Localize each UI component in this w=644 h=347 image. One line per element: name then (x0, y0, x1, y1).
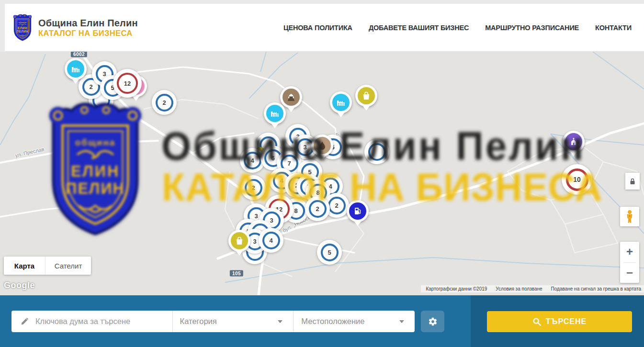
cluster-ring: 12 (117, 73, 138, 94)
shopping-bag-icon (358, 87, 375, 104)
zoom-control: + − (620, 242, 639, 283)
cluster-count: 4 (269, 237, 272, 244)
pin-tip (353, 220, 362, 230)
svg-text:община: община (75, 137, 116, 147)
lock-icon (630, 178, 635, 185)
factory-icon (67, 60, 84, 78)
cluster-count: 2 (89, 83, 92, 90)
header: община ЕЛИН ПЕЛИН Община Елин Пелин КАТА… (0, 0, 644, 52)
brand-text: Община Елин Пелин КАТАЛОГ НА БИЗНЕСА (38, 18, 138, 38)
search-icon (532, 317, 541, 326)
location-dropdown[interactable]: Местоположение (294, 317, 415, 326)
pin-tip (71, 78, 80, 88)
watermark-subtitle: КАТАЛОГ НА БИЗНЕСА (162, 165, 602, 210)
chevron-down-icon (278, 320, 282, 323)
nav-item-3[interactable]: МАРШРУТНО РАЗПИСАНИЕ (485, 24, 579, 32)
cluster-ring: 2 (156, 94, 173, 112)
search-bar: Категория Местоположение ТЪРСЕНЕ (0, 295, 644, 347)
pin-body (264, 102, 286, 124)
marker-cluster[interactable]: 2 (152, 90, 177, 115)
svg-text:ПЕЛИН: ПЕЛИН (66, 180, 124, 197)
cluster-count: 5 (328, 249, 331, 256)
pin-body (355, 85, 377, 107)
google-logo[interactable]: Google (4, 280, 35, 291)
marker-cluster[interactable]: 4 (259, 228, 283, 253)
map-type-map-button[interactable]: Карта (4, 257, 45, 275)
factory-pin[interactable] (65, 58, 87, 88)
brand-title: Община Елин Пелин (38, 18, 138, 29)
pin-tip (235, 250, 244, 260)
main-nav: ЦЕНОВА ПОЛИТИКАДОБАВЕТЕ ВАШИЯТ БИЗНЕСМАР… (283, 24, 644, 32)
keyword-input[interactable] (35, 317, 160, 326)
factory-icon (332, 94, 350, 111)
svg-text:община: община (18, 21, 27, 23)
map-type-satellite-button[interactable]: Сателит (45, 257, 91, 275)
svg-text:ЕЛИН: ЕЛИН (18, 26, 28, 29)
cluster-ring: 4 (262, 232, 280, 249)
nav-item-4[interactable]: КОНТАКТИ (595, 24, 632, 32)
attribution-link-1[interactable]: Условия за ползване (496, 286, 542, 291)
category-label: Категория (180, 317, 217, 326)
zoom-in-button[interactable]: + (620, 242, 639, 262)
brand[interactable]: община ЕЛИН ПЕЛИН Община Елин Пелин КАТА… (5, 14, 138, 42)
search-box: Категория Местоположение (11, 311, 415, 332)
municipality-coat-of-arms-logo: община ЕЛИН ПЕЛИН (11, 14, 34, 42)
marker-cluster[interactable]: 12 (113, 69, 142, 98)
svg-text:ЕЛИН: ЕЛИН (71, 163, 120, 180)
svg-text:ПЕЛИН: ПЕЛИН (17, 29, 29, 33)
cluster-ring: 5 (321, 244, 339, 261)
cluster-count: 3 (270, 217, 273, 224)
search-button[interactable]: ТЪРСЕНЕ (487, 311, 632, 332)
header-inner: община ЕЛИН ПЕЛИН Община Елин Пелин КАТА… (5, 4, 644, 52)
cluster-count: 2 (162, 99, 166, 106)
pegman-icon (625, 210, 634, 224)
pin-tip (362, 105, 371, 115)
brand-subtitle: КАТАЛОГ НА БИЗНЕСА (38, 29, 138, 38)
pin-body (228, 230, 250, 252)
map-attribution: Картографски данни ©2019Условия за ползв… (421, 285, 644, 292)
nav-item-2[interactable]: ДОБАВЕТЕ ВАШИЯТ БИЗНЕС (369, 24, 469, 32)
watermark-title: Община Елин Пелин (161, 123, 586, 169)
attribution-text: Картографски данни ©2019 (426, 286, 487, 291)
shopping-bag-icon (231, 232, 248, 249)
pin-tip (287, 106, 295, 116)
shopping-bag-pin[interactable] (228, 230, 250, 260)
advanced-settings-button[interactable] (421, 311, 444, 332)
chevron-down-icon (399, 320, 404, 323)
search-button-label: ТЪРСЕНЕ (546, 317, 587, 326)
cluster-count: 3 (253, 238, 256, 245)
nav-item-1[interactable]: ЦЕНОВА ПОЛИТИКА (283, 24, 352, 32)
page: община ЕЛИН ПЕЛИН Община Елин Пелин КАТА… (0, 0, 644, 347)
pin-body (65, 58, 87, 80)
street-view-pegman[interactable] (620, 207, 639, 226)
factory-icon (266, 105, 283, 122)
lock-control[interactable] (625, 173, 640, 190)
map-type-control: Карта Сателит (4, 257, 91, 275)
gear-icon (428, 317, 438, 326)
location-label: Местоположение (301, 317, 364, 326)
shopping-bag-pin[interactable] (355, 85, 377, 115)
attribution-link-2[interactable]: Подаване на сигнал за грешка в картата (551, 286, 641, 291)
pin-body (330, 91, 352, 113)
cluster-count: 12 (124, 80, 131, 87)
cluster-count: 3 (254, 213, 258, 220)
category-dropdown[interactable]: Категория (173, 317, 294, 326)
cluster-count: 3 (102, 70, 106, 78)
factory-pin[interactable] (330, 91, 352, 122)
pencil-icon (20, 317, 29, 326)
keyword-section (11, 317, 172, 326)
pin-tip (337, 112, 345, 122)
marker-cluster[interactable]: 5 (317, 240, 342, 265)
watermark-coat-of-arms: община ЕЛИН ПЕЛИН (41, 102, 150, 240)
zoom-out-button[interactable]: − (620, 263, 639, 283)
google-map[interactable]: 6002105ул. Преславбул. „Новоселции 23512… (0, 52, 644, 295)
